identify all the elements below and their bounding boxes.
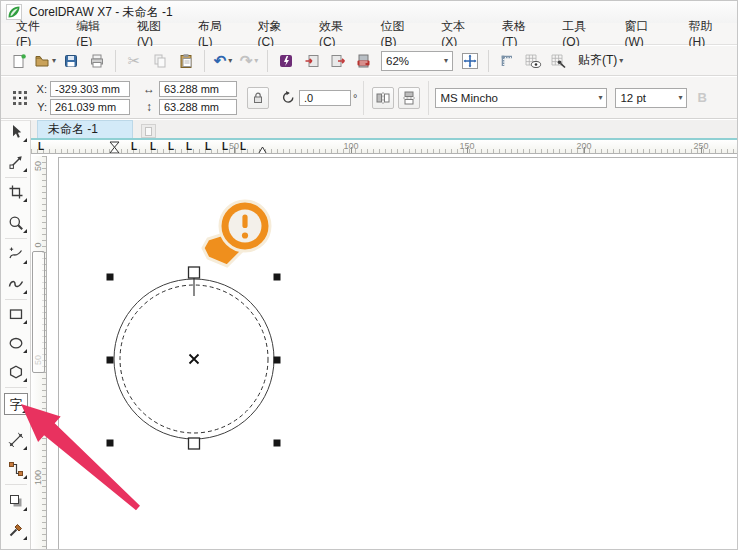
document-tab-active[interactable]: 未命名 -1 [37, 120, 133, 138]
dimension-tool[interactable] [4, 429, 28, 451]
redo-dropdown-caret[interactable]: ▾ [254, 56, 258, 65]
new-document-button[interactable] [7, 49, 31, 73]
new-tab-icon [145, 127, 152, 136]
cut-icon: ✂ [128, 53, 141, 68]
undo-icon: ↶ [214, 53, 227, 68]
zoom-fit-page-button[interactable] [458, 49, 482, 73]
undo-button[interactable]: ↶ ▾ [211, 49, 235, 73]
fit-page-icon [461, 52, 479, 70]
ruler-slider[interactable] [32, 251, 45, 373]
cut-button[interactable]: ✂ [122, 49, 146, 73]
menu-item-object[interactable]: 对象(C) [246, 23, 308, 44]
zoom-level-value: 62% [386, 55, 409, 67]
ellipse-tool[interactable] [4, 332, 28, 354]
shape-tool[interactable] [4, 151, 28, 173]
rectangle-tool[interactable] [4, 303, 28, 325]
drawing-canvas[interactable] [48, 156, 738, 550]
menu-item-layout[interactable]: 布局(L) [187, 23, 247, 44]
hruler-major-tick [351, 147, 352, 153]
font-family-combobox[interactable]: MS Mincho ▾ [435, 88, 607, 108]
horizontal-ruler[interactable]: 50100150200250LLLLLLLL [31, 138, 738, 154]
menu-item-view[interactable]: 视图(V) [126, 23, 187, 44]
x-position-field[interactable]: -329.303 mm [50, 81, 130, 97]
connector-tool[interactable] [4, 458, 28, 480]
tab-stop-marker[interactable]: L [38, 141, 44, 152]
polygon-tool-icon [8, 364, 24, 380]
lock-ratio-button[interactable] [247, 87, 269, 109]
object-position-button[interactable] [9, 87, 31, 109]
paste-button[interactable] [174, 49, 198, 73]
open-dropdown-caret[interactable]: ▾ [52, 56, 56, 65]
show-rulers-button[interactable] [495, 49, 519, 73]
toolbox: 字 [1, 120, 31, 550]
text-tool[interactable]: 字 [4, 393, 28, 415]
mirror-horizontal-button[interactable] [372, 87, 394, 109]
undo-dropdown-caret[interactable]: ▾ [228, 56, 232, 65]
menu-item-text[interactable]: 文本(X) [430, 23, 491, 44]
right-indent-marker[interactable] [257, 142, 268, 154]
toolbox-separator [5, 387, 27, 388]
object-width-icon: ↔ [142, 82, 156, 96]
color-eyedropper-tool[interactable] [4, 519, 28, 541]
drop-shadow-tool[interactable] [4, 490, 28, 512]
menu-item-file[interactable]: 文件(F) [5, 23, 65, 44]
copy-button[interactable] [148, 49, 172, 73]
tab-stop-marker[interactable]: L [205, 141, 211, 152]
menu-item-effects[interactable]: 效果(C) [308, 23, 370, 44]
polygon-tool[interactable] [4, 361, 28, 383]
import-icon [304, 53, 320, 69]
publish-pdf-button[interactable] [352, 49, 376, 73]
menu-item-window[interactable]: 窗口(W) [613, 23, 677, 44]
pdf-icon [356, 53, 372, 69]
menu-item-tools[interactable]: 工具(O) [551, 23, 613, 44]
indent-marker[interactable] [109, 140, 120, 154]
zoom-tool[interactable] [4, 212, 28, 234]
rotation-angle-field[interactable]: .0 [299, 90, 351, 106]
export-button[interactable] [326, 49, 350, 73]
open-button[interactable]: ▾ [33, 49, 57, 73]
snap-to-button[interactable]: 贴齐(T) ▾ [572, 50, 629, 72]
tab-stop-marker[interactable]: L [222, 141, 228, 152]
menu-item-help[interactable]: 帮助(H) [678, 23, 738, 44]
new-tab-button[interactable] [141, 124, 156, 138]
page-left-border [58, 157, 59, 550]
crop-tool[interactable] [4, 181, 28, 203]
vruler-label: 100 [33, 471, 43, 485]
tab-stop-marker[interactable]: L [168, 141, 174, 152]
object-height-field[interactable]: 63.288 mm [159, 99, 237, 115]
tab-stop-marker[interactable]: L [240, 141, 246, 152]
menu-item-table[interactable]: 表格(T) [491, 23, 551, 44]
mirror-vertical-button[interactable] [398, 87, 420, 109]
y-position-field[interactable]: 261.039 mm [50, 99, 130, 115]
vruler-label: 0 [33, 238, 43, 252]
object-width-field[interactable]: 63.288 mm [159, 81, 237, 97]
artistic-media-tool[interactable] [4, 273, 28, 295]
save-button[interactable] [59, 49, 83, 73]
bold-button[interactable]: B [697, 90, 706, 105]
propbar-separator [428, 81, 429, 115]
import-button[interactable] [300, 49, 324, 73]
tab-stop-marker[interactable]: L [131, 141, 137, 152]
menu-item-edit[interactable]: 编辑(E) [65, 23, 126, 44]
object-height-icon: ↕ [142, 100, 156, 114]
search-content-button[interactable] [274, 49, 298, 73]
show-grid-button[interactable] [521, 49, 545, 73]
new-document-icon [11, 53, 27, 69]
font-size-combobox[interactable]: 12 pt ▾ [615, 88, 687, 108]
lock-icon [251, 91, 265, 105]
toolbox-separator [5, 484, 27, 485]
zoom-level-combobox[interactable]: 62% ▾ [381, 51, 453, 71]
freehand-tool-icon [8, 246, 24, 262]
menu-item-bitmaps[interactable]: 位图(B) [369, 23, 430, 44]
font-dropdown-caret: ▾ [598, 93, 602, 102]
redo-button[interactable]: ↷ ▾ [237, 49, 261, 73]
print-button[interactable] [85, 49, 109, 73]
mirror-vertical-icon [401, 90, 417, 106]
tab-stop-marker[interactable]: L [186, 141, 192, 152]
shape-tool-icon [8, 154, 24, 170]
tab-stop-marker[interactable]: L [150, 141, 156, 152]
propbar-separator [363, 81, 364, 115]
pick-tool[interactable] [4, 121, 28, 143]
freehand-tool[interactable] [4, 243, 28, 265]
snap-toggle-button[interactable] [547, 49, 571, 73]
